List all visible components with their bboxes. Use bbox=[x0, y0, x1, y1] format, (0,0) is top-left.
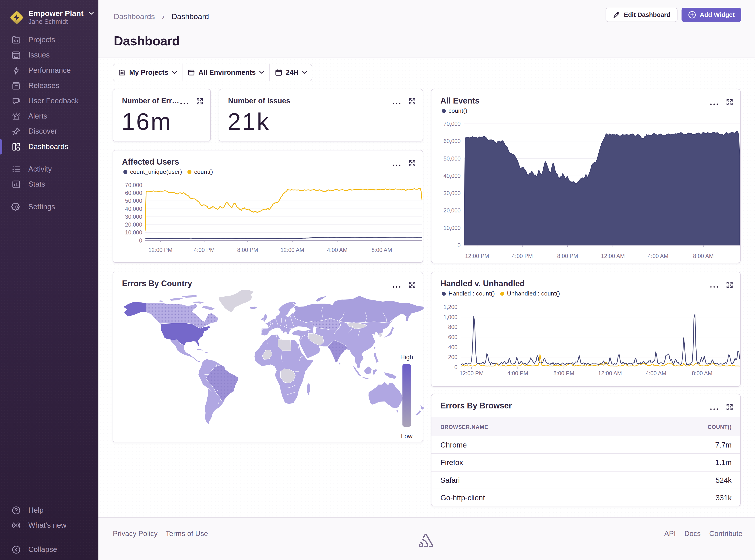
svg-text:20,000: 20,000 bbox=[125, 221, 142, 228]
svg-text:8:00 PM: 8:00 PM bbox=[557, 253, 578, 259]
svg-text:8:00 AM: 8:00 AM bbox=[693, 253, 714, 259]
svg-text:8:00 AM: 8:00 AM bbox=[692, 370, 713, 376]
svg-text:4:00 AM: 4:00 AM bbox=[646, 370, 666, 376]
svg-text:8:00 PM: 8:00 PM bbox=[554, 370, 574, 376]
svg-text:12:00 PM: 12:00 PM bbox=[460, 370, 484, 376]
svg-text:4:00 PM: 4:00 PM bbox=[194, 247, 215, 253]
svg-text:4:00 PM: 4:00 PM bbox=[512, 253, 533, 259]
svg-text:0: 0 bbox=[458, 242, 461, 248]
svg-text:4:00 AM: 4:00 AM bbox=[648, 253, 669, 259]
svg-text:400: 400 bbox=[448, 344, 458, 350]
svg-text:4:00 AM: 4:00 AM bbox=[327, 247, 348, 253]
svg-text:12:00 AM: 12:00 AM bbox=[280, 247, 304, 253]
svg-text:50,000: 50,000 bbox=[125, 198, 142, 204]
svg-text:800: 800 bbox=[448, 324, 458, 330]
svg-text:8:00 PM: 8:00 PM bbox=[237, 247, 258, 253]
svg-text:50,000: 50,000 bbox=[444, 155, 461, 162]
svg-text:30,000: 30,000 bbox=[125, 214, 142, 220]
svg-text:60,000: 60,000 bbox=[125, 190, 142, 196]
svg-text:30,000: 30,000 bbox=[444, 190, 461, 196]
svg-text:0: 0 bbox=[139, 237, 142, 244]
svg-text:10,000: 10,000 bbox=[444, 225, 461, 231]
svg-text:High: High bbox=[400, 354, 413, 361]
svg-text:200: 200 bbox=[448, 354, 458, 360]
svg-text:Low: Low bbox=[401, 433, 412, 440]
svg-text:1,000: 1,000 bbox=[443, 314, 458, 320]
svg-text:8:00 AM: 8:00 AM bbox=[371, 247, 392, 253]
svg-text:70,000: 70,000 bbox=[125, 182, 142, 188]
svg-text:10,000: 10,000 bbox=[125, 229, 142, 236]
svg-text:1,200: 1,200 bbox=[443, 304, 458, 310]
svg-text:600: 600 bbox=[448, 334, 458, 340]
svg-text:40,000: 40,000 bbox=[125, 206, 142, 212]
svg-text:70,000: 70,000 bbox=[444, 121, 461, 127]
svg-text:12:00 PM: 12:00 PM bbox=[465, 253, 489, 259]
svg-text:12:00 AM: 12:00 AM bbox=[601, 253, 625, 259]
svg-text:4:00 PM: 4:00 PM bbox=[507, 370, 528, 376]
svg-text:0: 0 bbox=[454, 364, 458, 370]
svg-text:40,000: 40,000 bbox=[444, 173, 461, 179]
svg-text:12:00 AM: 12:00 AM bbox=[598, 370, 622, 376]
svg-text:20,000: 20,000 bbox=[444, 207, 461, 214]
svg-text:60,000: 60,000 bbox=[444, 138, 461, 144]
svg-text:12:00 PM: 12:00 PM bbox=[148, 247, 172, 253]
